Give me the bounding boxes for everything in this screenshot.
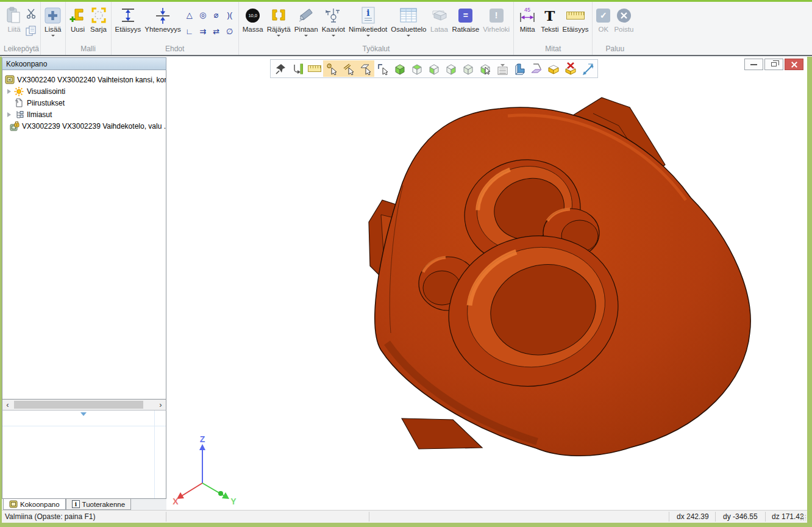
coincidence-button[interactable]: Yhtenevyys [143, 5, 182, 34]
copy-button[interactable] [24, 23, 38, 38]
tree-item-drawings[interactable]: Piirustukset [2, 97, 166, 109]
ribbon-group-constraints: Etäisyys Yhtenevyys △ ◎ ⌀ )( ∟ ⇉ ⇄ ∅ [112, 2, 239, 55]
export-view-icon[interactable] [579, 60, 596, 77]
paste-button[interactable]: Liitä [4, 5, 24, 34]
ribbon: Liitä Leikepöytä L [0, 2, 812, 56]
side-face-view-icon[interactable] [443, 60, 460, 77]
chevron-down-icon [277, 35, 280, 38]
tab-tuoterakenne[interactable]: i Tuoterakenne [66, 499, 132, 510]
perpendicular-constraint-icon[interactable]: ∟ [185, 27, 193, 36]
select-point-mode-icon[interactable] [323, 60, 340, 77]
select-edge-mode-icon[interactable] [340, 60, 357, 77]
solid-model-icon[interactable] [460, 60, 477, 77]
tangent-constraint-icon[interactable]: ⌀ [214, 10, 219, 20]
feature-list-icon[interactable] [494, 60, 511, 77]
3d-viewport[interactable]: Z X Y [166, 57, 807, 510]
explode-icon [270, 5, 287, 26]
locked-part-icon [9, 121, 20, 131]
collapse-handle-icon[interactable] [80, 412, 87, 419]
scroll-right-arrow[interactable]: › [155, 400, 166, 409]
concentric-constraint-icon[interactable]: ◎ [199, 10, 206, 20]
text-button[interactable]: T Teksti [539, 5, 560, 34]
ok-check-icon: ✓ [596, 9, 610, 23]
tree-item-visualization[interactable]: Visualisointi [2, 85, 166, 97]
group-label-paluu: Paluu [593, 44, 637, 55]
select-body-mode-icon[interactable] [477, 60, 494, 77]
front-face-view-icon[interactable] [426, 60, 443, 77]
chevron-down-icon [407, 35, 410, 38]
item-data-button[interactable]: i Nimiketiedot [347, 5, 389, 38]
measure-dimension-icon: 45 [518, 5, 537, 26]
window-frame-top [0, 0, 812, 2]
to-surface-button[interactable]: Pintaan [293, 5, 320, 38]
select-feature-mode-icon[interactable] [374, 60, 391, 77]
scrollbar-thumb[interactable] [14, 401, 143, 409]
angle-constraint-icon[interactable]: △ [187, 10, 193, 20]
group-label-ehdot: Ehdot [112, 44, 238, 55]
shaded-view-icon[interactable] [391, 60, 408, 77]
distance-constraint-button[interactable]: Etäisyys [113, 5, 143, 34]
select-face-mode-icon[interactable] [357, 60, 374, 77]
close-button[interactable] [785, 59, 803, 70]
window-frame-bottom [0, 523, 812, 527]
explode-button[interactable]: Räjäytä [265, 5, 293, 38]
tab-kokoonpano[interactable]: Kokoonpano [3, 499, 66, 510]
tree-item-part-vx3002239[interactable]: VX3002239 VX3002239 Vaihdekotelo, valu . [2, 120, 166, 132]
symmetric-constraint-icon[interactable]: )( [227, 10, 232, 20]
tree-item-configurations[interactable]: Ilmiasut [2, 109, 166, 120]
new-part-icon [69, 5, 87, 26]
coincidence-label: Yhtenevyys [144, 26, 180, 34]
cut-button[interactable] [24, 6, 38, 21]
3d-model-gearbox-cover[interactable] [166, 57, 807, 510]
scrollbar-track[interactable] [13, 400, 155, 410]
restore-button[interactable] [764, 59, 783, 70]
text-icon: T [544, 9, 555, 23]
flip-direction-icon[interactable] [289, 60, 306, 77]
load-label: Lataa [430, 26, 448, 34]
profile-tool-icon[interactable] [511, 60, 528, 77]
sketch-plane-icon[interactable] [528, 60, 545, 77]
archive-box-icon[interactable] [545, 60, 562, 77]
model-bottom-tab[interactable] [402, 418, 482, 449]
archive-delete-icon[interactable] [562, 60, 579, 77]
tree-item-root-assembly[interactable]: VX3002240 VX3002240 Vaihteiston kansi, k… [2, 74, 166, 85]
parts-list-button[interactable]: Osaluettelo [389, 5, 428, 38]
equal-constraint-icon[interactable]: ⇄ [213, 27, 219, 36]
axis-triad: Z X Y [171, 436, 247, 506]
scroll-left-arrow[interactable]: ‹ [2, 400, 13, 409]
ok-button[interactable]: ✓ OK [594, 5, 612, 34]
window-frame-left [0, 57, 2, 527]
series-button[interactable]: Sarja [88, 5, 109, 34]
expander-icon[interactable] [7, 112, 13, 117]
solve-button[interactable]: = Ratkaise [451, 5, 482, 34]
measure-tool-icon[interactable] [306, 60, 323, 77]
diagrams-button[interactable]: Kaaviot [320, 5, 347, 38]
exit-button[interactable]: Poistu [612, 5, 635, 34]
panel-title: Kokoonpano [2, 57, 166, 70]
mass-button[interactable]: 10,0 Massa [241, 5, 265, 34]
fix-constraint-icon[interactable]: ∅ [226, 27, 233, 36]
resize-grip[interactable] [800, 514, 806, 520]
distance-measure-button[interactable]: Etäisyys [561, 5, 591, 34]
mass-label: Massa [243, 26, 263, 34]
series-label: Sarja [90, 26, 107, 34]
solve-label: Ratkaise [452, 26, 480, 34]
new-button[interactable]: Uusi [68, 5, 88, 34]
expander-icon[interactable] [7, 89, 13, 94]
assembly-icon [5, 75, 15, 84]
measure-button[interactable]: 45 Mitta [516, 5, 539, 34]
exit-label: Poistu [614, 26, 633, 34]
viewport-toolbar [270, 59, 598, 78]
top-face-view-icon[interactable] [408, 60, 426, 77]
group-label-tyokalut: Työkalut [239, 44, 513, 55]
error-log-button[interactable]: ! Virheloki [481, 5, 511, 34]
assembly-tab-icon [9, 500, 18, 508]
constraint-icon-grid: △ ◎ ⌀ )( ∟ ⇉ ⇄ ∅ [183, 7, 237, 40]
group-label-leikepoyta: Leikepöytä [2, 44, 40, 55]
add-button[interactable]: Lisää [43, 5, 63, 38]
load-button[interactable]: Lataa [429, 5, 451, 34]
chevron-down-icon [51, 35, 55, 38]
parallel-constraint-icon[interactable]: ⇉ [199, 27, 206, 36]
pin-tool-icon[interactable] [272, 60, 289, 77]
minimize-button[interactable] [744, 59, 763, 70]
